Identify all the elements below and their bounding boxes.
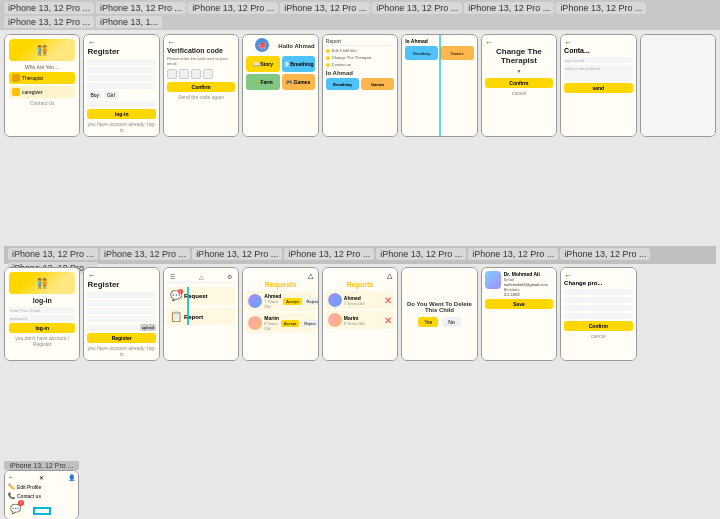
change-cancel-btn[interactable]: cancel [485,90,553,96]
reg2-email[interactable] [87,308,155,314]
register1-content: ← Register Boy Girl log-in you have acco… [84,35,158,136]
verify-title: Verification code [167,47,235,54]
dash-header: Report [326,38,394,46]
yes-btn[interactable]: Yes [418,317,438,327]
caregiver-icon [12,88,20,96]
phone-requests: △ Requests Ahmed 7 Years Old Accept [242,267,318,361]
breathing-btn[interactable]: 💨 Breathing [282,56,315,72]
send-btn[interactable]: send [564,83,632,93]
menu-body: 💬 2 Request 📋 Report [167,287,235,325]
contact-item[interactable]: Contact us [326,62,394,67]
code-box-1[interactable] [167,69,177,79]
register-link[interactable]: you have account already: log-in [87,121,155,133]
change-profile-back-icon[interactable]: ← [564,271,632,280]
reg2-lastname[interactable] [87,300,155,306]
contact-content: ← Conta... your email what is the proble… [561,35,635,136]
change-password[interactable] [564,313,632,319]
phone-therapist-dashboard: Report Edit Child Info Change The Therap… [322,34,398,137]
home2-games[interactable]: Games [440,46,473,60]
ahmed-avatar-img [248,294,262,308]
no-btn[interactable]: No [442,317,460,327]
reg2-register-btn[interactable]: Register [87,333,155,343]
verify-back-icon[interactable]: ← [167,38,235,47]
change-profile-confirm-btn[interactable]: Confirm [564,321,632,331]
story-btn[interactable]: 📖 Story [246,56,279,72]
bottom-close-icon[interactable]: ✕ [39,474,44,481]
edit-child-item[interactable]: Edit Child Info [326,48,394,53]
bottom-badge: 2 [18,500,24,506]
code-box-4[interactable] [203,69,213,79]
contact-us-label: Contact us [17,493,41,499]
row2-labels: iPhone 13, 12 Pro ... iPhone 13, 12 Pro … [4,246,716,264]
confirm-btn[interactable]: Confirm [167,82,235,92]
delete-marim-btn[interactable]: ✕ [384,315,392,326]
delete-ahmed-btn[interactable]: ✕ [384,295,392,306]
firstname-input[interactable] [87,59,155,65]
greeting-text: Hallo Ahmad [278,43,314,49]
change-back-icon[interactable]: ← [485,38,553,47]
home-nav-icon[interactable]: △ [199,273,204,280]
back-arrow-icon[interactable]: ← [87,38,155,47]
hamburger-icon[interactable]: ☰ [170,273,175,280]
farm-btn[interactable]: 🌱 Farm [246,74,279,90]
ahmed-reject-btn[interactable]: Reject [304,298,318,305]
reg2-back-icon[interactable]: ← [87,271,155,280]
birthday-input[interactable] [87,75,155,81]
edit-profile-item[interactable]: ✏️ Edit Profile [8,483,75,490]
contact-us-link[interactable]: Contact Us [9,100,75,106]
phone-login-select: 🧑‍🤝‍🧑 Who Are You ... Therapist caregive… [4,34,80,137]
contact-back-icon[interactable]: ← [564,38,632,47]
login-form-illustration: 🧑‍🤝‍🧑 [9,272,75,294]
email-field[interactable]: your email [564,57,632,63]
reg2-firstname[interactable] [87,292,155,298]
therapist-role-btn[interactable]: Therapist [9,72,75,84]
therapist-select[interactable] [87,101,155,107]
report-marim-card: Marim 8 Years Old ✕ [326,311,394,329]
girl-chip[interactable]: Girl [104,91,118,99]
dash-games[interactable]: Games [361,78,394,90]
code-box-2[interactable] [179,69,189,79]
request-menu-item[interactable]: 💬 2 Request [167,287,235,305]
change-birthday[interactable] [564,305,632,311]
bottom-back-icon[interactable]: ← [8,474,14,481]
login-email-input[interactable]: Enter Your Email [9,307,75,313]
marim-accept-btn[interactable]: Accept [281,320,299,327]
login-btn[interactable]: log-in [87,109,155,119]
ahmed-actions: Accept Reject [283,298,317,305]
reg2-login-link[interactable]: you have account already: log-in [87,345,155,357]
register-link-2[interactable]: you don't have account / Register [9,335,75,347]
change-firstname[interactable] [564,289,632,295]
r2-label-3: iPhone 13, 12 Pro ... [192,248,282,260]
change-lastname[interactable] [564,297,632,303]
login-submit-btn[interactable]: log-in [9,323,75,333]
boy-chip[interactable]: Boy [87,91,102,99]
lastname-input[interactable] [87,67,155,73]
home2-breathing[interactable]: Breathing [405,46,438,60]
profile-save-btn[interactable]: Save [485,299,553,309]
report-menu-item[interactable]: 📋 Report [167,308,235,325]
resend-link[interactable]: Send the code again [167,94,235,100]
problem-field[interactable]: what is the problem [564,65,632,81]
games-btn[interactable]: 🎮 Games [282,74,315,90]
bottom-person-icon[interactable]: 👤 [68,474,75,481]
code-box-3[interactable] [191,69,201,79]
reg2-licenses[interactable] [87,325,137,331]
reports-home-icon[interactable]: △ [387,272,392,280]
marim-avatar [248,316,262,330]
login-password-input[interactable]: password [9,315,75,321]
settings-nav-icon[interactable]: ⚙ [227,273,232,280]
reg2-password[interactable] [87,316,155,322]
upload-btn[interactable]: upload [140,324,156,331]
marim-reject-btn[interactable]: Reject [301,320,317,327]
report-marim-img [328,313,342,327]
caregiver-role-btn[interactable]: caregiver [9,86,75,98]
change-profile-cancel-btn[interactable]: cancel [564,333,632,339]
change-confirm-btn[interactable]: Confirm [485,78,553,88]
report-ahmed-info: Ahmed 7 Years Old [344,295,382,306]
ahmed-accept-btn[interactable]: Accept [283,298,301,305]
change-therapist-item[interactable]: Change The Therapist [326,55,394,60]
home-icon[interactable]: △ [308,272,313,280]
email-input[interactable] [87,83,155,89]
contact-us-item[interactable]: 📞 Contact us [8,492,75,499]
dash-breathing[interactable]: Breathing [326,78,359,90]
